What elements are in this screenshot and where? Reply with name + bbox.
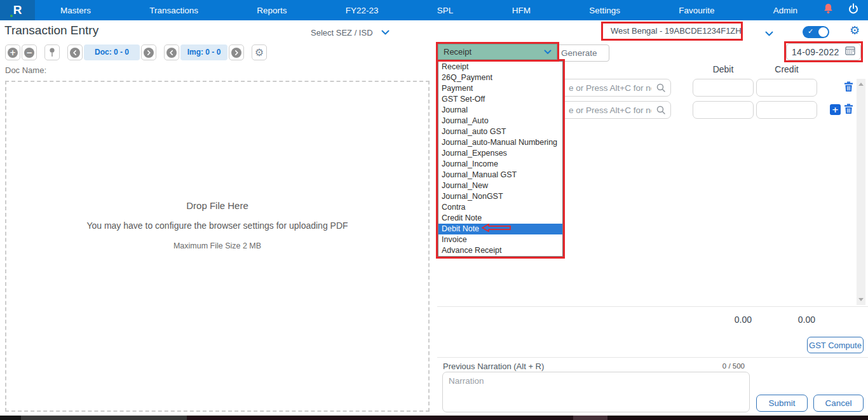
- voucher-option-journal-nongst[interactable]: Journal_NonGST: [438, 191, 562, 202]
- credit-total-value: 0.00: [756, 315, 817, 325]
- voucher-option-contra[interactable]: Contra: [438, 202, 562, 213]
- voucher-option-journal-auto-manual-numbering[interactable]: Journal_auto-Manual Numbering: [438, 137, 562, 148]
- voucher-option-invoice[interactable]: Invoice: [438, 234, 562, 245]
- scroll-up-arrow[interactable]: [858, 83, 864, 86]
- debit-total-value: 0.00: [693, 315, 754, 325]
- cancel-button[interactable]: Cancel: [813, 395, 864, 412]
- chevron-right-icon: [233, 50, 240, 56]
- on-off-toggle[interactable]: ✓: [803, 26, 829, 38]
- delete-row-trash-icon[interactable]: [844, 104, 853, 117]
- dropdown-annotation-box: Receipt26Q_PaymentPaymentGST Set-OffJour…: [436, 59, 565, 259]
- notifications-bell-icon[interactable]: [823, 3, 834, 17]
- nav-item-fy22-23[interactable]: FY22-23: [346, 6, 379, 15]
- voucher-option-26q-payment[interactable]: 26Q_Payment: [438, 72, 562, 83]
- nav-item-admin[interactable]: Admin: [773, 6, 797, 15]
- file-drop-zone[interactable]: Drop File Here You may have to configure…: [5, 81, 430, 412]
- voucher-type-value: Receipt: [444, 47, 471, 57]
- nav-item-favourite[interactable]: Favourite: [679, 6, 714, 15]
- add-row-button[interactable]: +: [830, 104, 841, 115]
- viewer-settings-button[interactable]: ⚙: [252, 44, 267, 60]
- chevron-left-icon: [168, 50, 175, 56]
- drop-file-text: Drop File Here: [6, 200, 428, 211]
- voucher-option-journal-manual-gst[interactable]: Journal_Manual GST: [438, 170, 562, 180]
- voucher-type-select[interactable]: Receipt: [438, 44, 557, 60]
- chevron-down-icon: [381, 27, 390, 38]
- branch-gstin-value[interactable]: West Bengal - 19ABCDE1234F1ZH: [603, 24, 741, 39]
- nav-item-spl[interactable]: SPL: [437, 6, 454, 15]
- power-logout-icon[interactable]: [848, 3, 859, 17]
- date-picker[interactable]: 14-09-2022: [786, 43, 861, 60]
- nav-item-settings[interactable]: Settings: [589, 6, 620, 15]
- gst-compute-button[interactable]: GST Compute: [807, 337, 864, 353]
- search-icon: [656, 105, 665, 117]
- calendar-icon: [845, 46, 855, 58]
- chevron-down-icon: [544, 47, 552, 57]
- date-value: 14-09-2022: [792, 47, 839, 57]
- rows-scrollbar[interactable]: [857, 79, 865, 305]
- credit-column-header: Credit: [756, 64, 817, 74]
- voucher-option-journal-income[interactable]: Journal_Income: [438, 159, 562, 170]
- divider: [437, 306, 868, 307]
- search-icon: [656, 83, 665, 95]
- max-file-size-text: Maximum File Size 2 MB: [6, 241, 428, 250]
- doc-counter: Doc: 0 - 0: [84, 44, 140, 60]
- branch-chevron-down-icon[interactable]: [765, 28, 773, 39]
- narration-textarea[interactable]: [442, 372, 750, 412]
- annotation-arrow-icon: [482, 224, 511, 234]
- img-prev-button[interactable]: [164, 44, 179, 60]
- doc-prev-button[interactable]: [67, 44, 83, 60]
- nav-item-masters[interactable]: Masters: [60, 6, 91, 15]
- nav-item-hfm[interactable]: HFM: [512, 6, 531, 15]
- narration-char-counter: 0 / 500: [693, 362, 745, 370]
- submit-button[interactable]: Submit: [756, 395, 808, 412]
- gear-icon: ⚙: [255, 48, 264, 58]
- delete-row-trash-icon[interactable]: [844, 81, 853, 95]
- chevron-right-icon: [146, 50, 152, 56]
- debit-amount-input[interactable]: [693, 79, 754, 97]
- voucher-type-annotation-box: Receipt: [436, 42, 559, 62]
- scroll-down-arrow[interactable]: [858, 298, 864, 301]
- voucher-option-journal-new[interactable]: Journal_New: [438, 180, 562, 191]
- credit-amount-input[interactable]: [756, 101, 817, 119]
- credit-amount-input[interactable]: [756, 79, 817, 97]
- sez-isd-dropdown[interactable]: Select SEZ / ISD: [311, 27, 390, 38]
- zoom-in-button[interactable]: +: [5, 44, 20, 60]
- chevron-left-icon: [72, 50, 78, 56]
- pin-icon: [48, 48, 56, 57]
- toggle-knob: [818, 27, 828, 37]
- voucher-option-journal-auto[interactable]: Journal_Auto: [438, 116, 562, 126]
- settings-gear-icon[interactable]: ⚙: [850, 25, 860, 36]
- browser-settings-hint: You may have to configure the browser se…: [6, 220, 428, 231]
- voucher-option-advance-receipt[interactable]: Advance Receipt: [438, 245, 562, 256]
- zoom-out-button[interactable]: −: [22, 44, 37, 60]
- voucher-option-debit-note[interactable]: Debit Note: [438, 224, 562, 234]
- img-next-button[interactable]: [229, 44, 244, 60]
- nav-menu: MastersTransactionsReportsFY22-23SPLHFMS…: [35, 6, 823, 15]
- logo-icon: R: [13, 3, 22, 17]
- plus-circle-icon: +: [8, 48, 18, 58]
- divider: [437, 357, 868, 358]
- desktop-edge-strip: [0, 416, 868, 420]
- top-navbar: R MastersTransactionsReportsFY22-23SPLHF…: [0, 0, 868, 20]
- document-toolbar: + − Doc: 0 - 0 Img: 0 - 0 ⚙: [5, 44, 267, 60]
- voucher-option-journal-expenses[interactable]: Journal_Expenses: [438, 148, 562, 159]
- voucher-option-receipt[interactable]: Receipt: [438, 62, 562, 72]
- voucher-option-journal-auto-gst[interactable]: Journal_auto GST: [438, 126, 562, 137]
- doc-next-button[interactable]: [141, 44, 156, 60]
- pin-button[interactable]: [44, 44, 60, 60]
- voucher-option-payment[interactable]: Payment: [438, 83, 562, 94]
- img-counter: Img: 0 - 0: [180, 44, 227, 60]
- debit-column-header: Debit: [693, 64, 754, 74]
- voucher-option-gst-set-off[interactable]: GST Set-Off: [438, 94, 562, 105]
- voucher-type-option-list: Receipt26Q_PaymentPaymentGST Set-OffJour…: [438, 61, 563, 257]
- page-title: Transaction Entry: [4, 24, 98, 37]
- app-logo[interactable]: R: [0, 0, 35, 20]
- check-icon: ✓: [808, 28, 813, 35]
- sez-isd-label: Select SEZ / ISD: [311, 28, 373, 37]
- debit-amount-input[interactable]: [693, 101, 754, 119]
- nav-item-transactions[interactable]: Transactions: [149, 6, 198, 15]
- voucher-option-credit-note[interactable]: Credit Note: [438, 213, 562, 224]
- branch-annotation-box: West Bengal - 19ABCDE1234F1ZH: [601, 22, 743, 41]
- voucher-option-journal[interactable]: Journal: [438, 105, 562, 116]
- nav-item-reports[interactable]: Reports: [257, 6, 287, 15]
